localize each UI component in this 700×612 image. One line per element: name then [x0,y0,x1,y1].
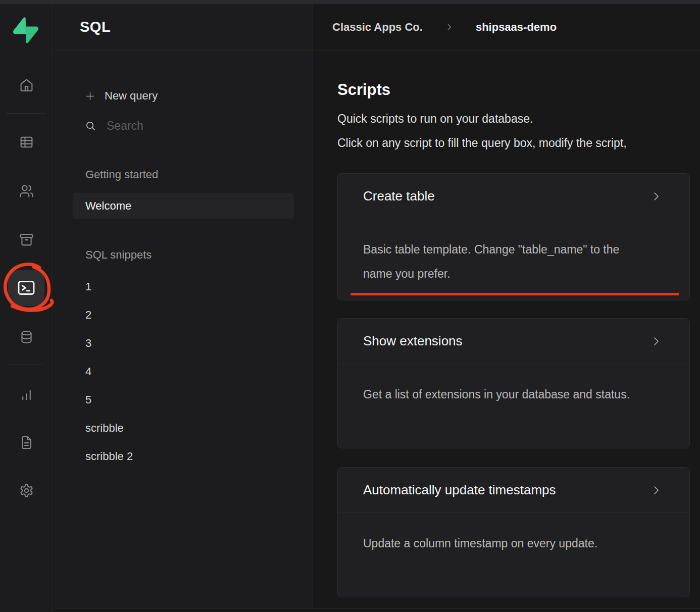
main-area: Classic Apps Co. shipsaas-demo Scripts Q… [314,4,700,608]
table-editor-icon [19,135,34,149]
card-header: Create table [338,174,689,219]
sidebar-divider [6,113,45,114]
card-header: Automatically update timestamps [338,468,689,513]
page-subtitle-line2: Click on any script to fill the query bo… [337,136,700,150]
plus-icon [85,91,95,101]
app-root: SQL New query Getting started Welcome SQ… [0,0,700,612]
snippet-item[interactable]: 5 [85,393,91,406]
snippet-item[interactable]: scribble 2 [85,450,133,463]
breadcrumb: Classic Apps Co. shipsaas-demo [314,4,700,50]
snippet-item[interactable]: 3 [85,337,91,350]
script-card-update-timestamps[interactable]: Automatically update timestamps Update a… [337,467,690,597]
snippet-item[interactable]: 2 [85,309,91,322]
sidebar-item-welcome[interactable]: Welcome [73,193,294,219]
card-title: Automatically update timestamps [363,482,556,498]
bar-chart-icon [19,387,34,402]
database-icon [19,330,34,344]
nav-item-settings[interactable] [15,479,37,501]
supabase-logo-icon[interactable] [13,17,38,43]
sql-sidebar: SQL New query Getting started Welcome SQ… [54,4,313,608]
snippet-item[interactable]: 4 [85,365,91,378]
chevron-right-icon [445,23,454,31]
gear-icon [19,483,34,498]
chevron-right-icon [650,335,662,347]
file-text-icon [19,435,34,450]
terminal-icon [16,278,36,298]
footer-divider [54,608,700,608]
card-description: Basic table template. Change "table_name… [363,237,646,286]
nav-item-home[interactable] [15,74,37,96]
search-input[interactable] [107,119,258,133]
page-title: Scripts [337,81,390,99]
card-description: Get a list of extensions in your databas… [363,382,646,406]
nav-item-reports[interactable] [15,383,37,405]
section-label-sql-snippets: SQL snippets [85,248,152,262]
snippet-item[interactable]: 1 [85,280,91,293]
card-description: Update a column timestamp on every updat… [363,531,646,555]
page-subtitle-line1: Quick scripts to run on your database. [337,112,700,126]
card-body: Update a column timestamp on every updat… [338,513,689,555]
nav-item-logs[interactable] [15,431,37,453]
users-icon [19,184,34,198]
nav-item-table-editor[interactable] [15,131,37,153]
breadcrumb-org[interactable]: Classic Apps Co. [332,21,423,34]
annotation-red-underline [351,293,679,295]
welcome-label: Welcome [85,199,131,213]
card-header: Show extensions [338,319,689,364]
sql-panel-header: SQL [54,4,313,50]
search-icon [85,120,96,132]
snippet-item[interactable]: scribble [85,422,124,435]
section-label-getting-started: Getting started [85,168,158,181]
panel-title: SQL [80,19,111,35]
nav-item-database[interactable] [15,326,37,348]
chevron-right-icon [650,190,662,202]
card-body: Basic table template. Change "table_name… [338,219,689,286]
search-row [85,118,258,133]
card-title: Create table [363,188,435,204]
new-query-button[interactable]: New query [85,89,158,103]
card-body: Get a list of extensions in your databas… [338,364,689,406]
nav-item-sql-editor[interactable] [8,270,44,306]
nav-item-storage[interactable] [15,228,37,250]
storage-box-icon [19,232,34,247]
breadcrumb-project[interactable]: shipsaas-demo [476,21,557,34]
primary-sidebar [0,4,53,612]
script-card-show-extensions[interactable]: Show extensions Get a list of extensions… [337,318,690,448]
chevron-right-icon [650,484,662,496]
nav-item-auth[interactable] [15,180,37,202]
window-top-strip [0,0,700,4]
home-icon [19,78,34,92]
script-card-create-table[interactable]: Create table Basic table template. Chang… [337,173,690,300]
card-title: Show extensions [363,333,463,349]
sidebar-divider [6,365,45,365]
new-query-label: New query [105,89,158,103]
